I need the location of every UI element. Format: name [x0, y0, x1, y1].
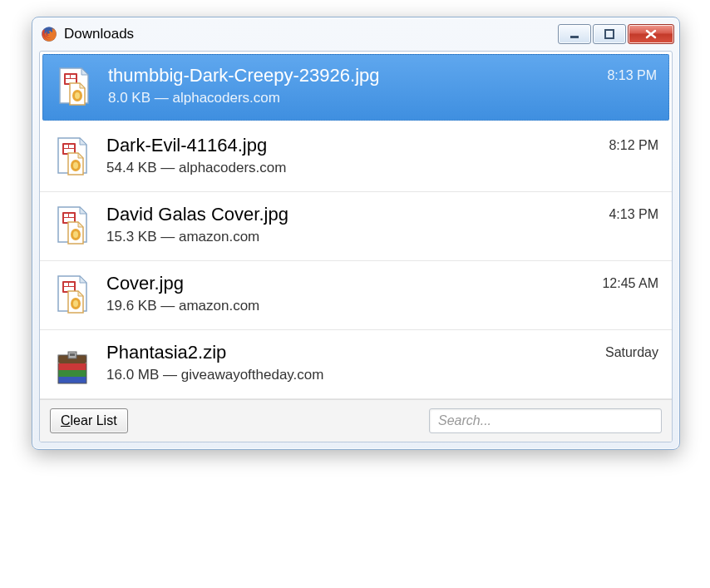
download-item[interactable]: David Galas Cover.jpg 15.3 KB — amazon.c…: [40, 192, 672, 261]
window-controls: [558, 24, 674, 44]
download-meta: 19.6 KB — amazon.com: [106, 298, 587, 314]
download-filename: thumbbig-Dark-Creepy-23926.jpg: [108, 65, 592, 86]
download-meta: 8.0 KB — alphacoders.com: [108, 90, 592, 106]
svg-rect-4: [66, 75, 70, 78]
download-item[interactable]: Cover.jpg 19.6 KB — amazon.com 12:45 AM: [40, 261, 672, 330]
download-filename: David Galas Cover.jpg: [106, 204, 594, 225]
title-bar[interactable]: Downloads: [32, 17, 679, 51]
download-time: 4:13 PM: [609, 207, 658, 222]
svg-point-20: [73, 231, 78, 238]
download-meta: 15.3 KB — amazon.com: [106, 229, 594, 245]
download-info: David Galas Cover.jpg 15.3 KB — amazon.c…: [106, 204, 594, 245]
download-info: Phantasia2.zip 16.0 MB — giveawayoftheda…: [106, 342, 590, 383]
minimize-icon: [569, 28, 580, 40]
search-input[interactable]: [429, 408, 662, 433]
svg-rect-2: [605, 30, 614, 38]
clear-list-button[interactable]: Clear List: [50, 408, 128, 433]
svg-rect-23: [69, 283, 74, 286]
minimize-button[interactable]: [558, 24, 591, 44]
image-file-icon: [53, 274, 91, 318]
close-button[interactable]: [628, 24, 674, 44]
svg-point-14: [73, 162, 78, 169]
download-info: Cover.jpg 19.6 KB — amazon.com: [106, 273, 587, 314]
svg-rect-16: [64, 214, 68, 217]
downloads-window: Downloads thumbbig-D: [32, 17, 680, 450]
download-meta: 54.4 KB — alphacoders.com: [106, 160, 594, 176]
maximize-button[interactable]: [593, 24, 626, 44]
downloads-list: thumbbig-Dark-Creepy-23926.jpg 8.0 KB — …: [40, 52, 672, 399]
archive-file-icon: [53, 343, 91, 387]
window-title: Downloads: [64, 26, 558, 42]
image-file-icon: [53, 205, 91, 249]
download-filename: Dark-Evil-41164.jpg: [106, 135, 594, 156]
svg-rect-29: [58, 370, 86, 377]
download-item[interactable]: Phantasia2.zip 16.0 MB — giveawayoftheda…: [40, 330, 672, 399]
download-meta: 16.0 MB — giveawayoftheday.com: [106, 367, 590, 383]
svg-point-8: [75, 92, 80, 99]
image-file-icon: [53, 136, 91, 180]
download-info: thumbbig-Dark-Creepy-23926.jpg 8.0 KB — …: [108, 65, 592, 106]
image-file-icon: [55, 67, 93, 110]
svg-rect-10: [64, 145, 68, 148]
download-time: Saturday: [605, 345, 658, 360]
content-area: thumbbig-Dark-Creepy-23926.jpg 8.0 KB — …: [39, 51, 673, 442]
download-time: 12:45 AM: [602, 276, 658, 291]
firefox-icon: [41, 26, 57, 42]
svg-rect-17: [69, 214, 74, 217]
footer-bar: Clear List: [40, 399, 672, 442]
download-time: 8:12 PM: [609, 138, 658, 153]
download-item[interactable]: Dark-Evil-41164.jpg 54.4 KB — alphacoder…: [40, 123, 672, 192]
download-filename: Cover.jpg: [106, 273, 587, 294]
svg-rect-5: [71, 75, 76, 78]
svg-rect-22: [64, 283, 68, 286]
svg-rect-30: [58, 377, 86, 383]
svg-rect-28: [58, 363, 86, 370]
maximize-icon: [604, 28, 615, 40]
svg-point-26: [73, 300, 78, 307]
download-item[interactable]: thumbbig-Dark-Creepy-23926.jpg 8.0 KB — …: [42, 54, 669, 121]
download-info: Dark-Evil-41164.jpg 54.4 KB — alphacoder…: [106, 135, 594, 176]
download-time: 8:13 PM: [607, 68, 657, 83]
close-icon: [644, 28, 658, 40]
svg-rect-1: [570, 36, 579, 38]
download-filename: Phantasia2.zip: [106, 342, 590, 363]
svg-rect-33: [70, 353, 75, 356]
svg-rect-11: [69, 145, 74, 148]
